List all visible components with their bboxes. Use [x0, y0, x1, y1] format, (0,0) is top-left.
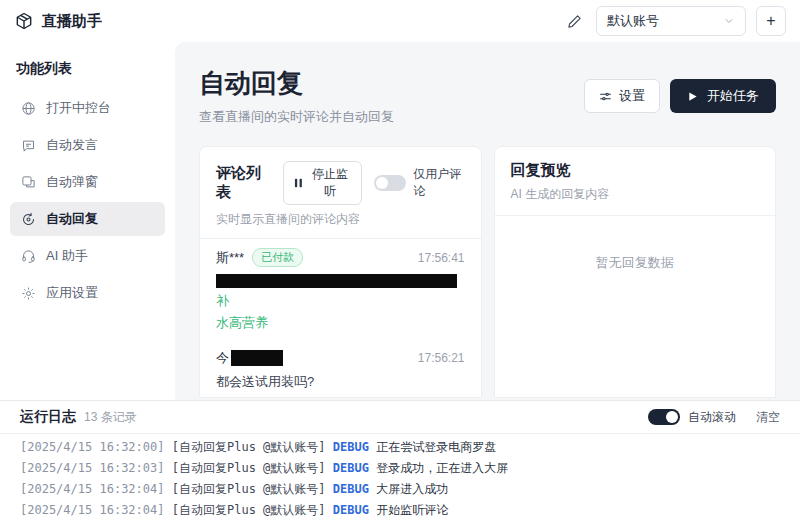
sidebar: 功能列表 打开中控台 自动发言 自动弹窗 [0, 42, 175, 400]
log-rows[interactable]: [2025/4/15 16:32:00] [自动回复Plus @默认账号] DE… [0, 434, 800, 516]
add-account-button[interactable]: + [756, 6, 786, 36]
comment-username: 斯*** [216, 249, 244, 267]
page-subtitle: 查看直播间的实时评论并自动回复 [199, 108, 394, 126]
topbar: 直播助手 默认账号 + [0, 0, 800, 42]
comment-item: 斯*** 已付款 17:56:41 补 水高营养 [200, 239, 481, 340]
sidebar-item-app-settings[interactable]: 应用设置 [10, 276, 165, 310]
preview-panel-subtitle: AI 生成的回复内容 [511, 186, 760, 203]
popup-window-icon [21, 175, 36, 190]
log-level: DEBUG [333, 440, 369, 454]
sidebar-item-open-console[interactable]: 打开中控台 [10, 91, 165, 125]
log-source: [自动回复Plus @默认账号] [172, 482, 326, 496]
globe-icon [21, 101, 36, 116]
account-select-value: 默认账号 [607, 12, 717, 30]
comment-time: 17:56:21 [418, 351, 465, 365]
sidebar-header: 功能列表 [0, 52, 175, 88]
comment-time: 17:56:41 [418, 251, 465, 265]
comment-text: 补 [216, 273, 465, 311]
comment-text: 都会送试用装吗? [216, 373, 465, 392]
comment-panel-header: 评论列表 停止监听 仅用户评论 实时显示直播间的评论内容 [200, 147, 481, 239]
settings-button-label: 设置 [619, 87, 645, 105]
log-entry: [2025/4/15 16:32:04] [自动回复Plus @默认账号] DE… [0, 479, 800, 500]
autoscroll-toggle[interactable] [648, 409, 680, 425]
sidebar-item-ai-assistant[interactable]: AI 助手 [10, 239, 165, 273]
toggle-knob [666, 411, 678, 423]
main-content: 自动回复 查看直播间的实时评论并自动回复 设置 开始任务 [175, 42, 800, 400]
log-entry: [2025/4/15 16:32:03] [自动回复Plus @默认账号] DE… [0, 458, 800, 479]
app-brand: 直播助手 [14, 11, 102, 31]
comment-list[interactable]: 斯*** 已付款 17:56:41 补 水高营养 今 17:56:21 [200, 239, 481, 397]
sidebar-item-auto-speak[interactable]: 自动发言 [10, 128, 165, 162]
comment-item: 今 17:56:21 都会送试用装吗? [200, 340, 481, 397]
sidebar-item-label: 应用设置 [46, 284, 98, 302]
settings-button[interactable]: 设置 [584, 79, 660, 113]
run-log-count: 13 条记录 [84, 409, 137, 426]
user-only-toggle[interactable] [374, 175, 406, 191]
gear-icon [21, 286, 36, 301]
sidebar-item-label: 自动发言 [46, 136, 98, 154]
stop-listening-button[interactable]: 停止监听 [283, 161, 362, 205]
page-title-block: 自动回复 查看直播间的实时评论并自动回复 [199, 66, 394, 126]
clear-log-button[interactable]: 清空 [756, 409, 780, 426]
page-header: 自动回复 查看直播间的实时评论并自动回复 设置 开始任务 [199, 66, 776, 126]
page-title: 自动回复 [199, 66, 394, 101]
reply-preview-panel: 回复预览 AI 生成的回复内容 暂无回复数据 [494, 146, 777, 398]
play-icon [687, 91, 698, 102]
run-log-actions: 自动滚动 清空 [648, 409, 780, 426]
log-entry: [2025/4/15 16:32:00] [自动回复Plus @默认账号] DE… [0, 437, 800, 458]
page-actions: 设置 开始任务 [584, 79, 776, 113]
edit-account-button[interactable] [563, 10, 586, 33]
log-message: 大屏进入成功 [376, 482, 448, 496]
pencil-icon [567, 14, 582, 29]
run-log-panel: 运行日志 13 条记录 自动滚动 清空 [2025/4/15 16:32:00]… [0, 400, 800, 516]
log-level: DEBUG [333, 503, 369, 516]
preview-empty-state: 暂无回复数据 [495, 216, 776, 397]
comment-list-panel: 评论列表 停止监听 仅用户评论 实时显示直播间的评论内容 [199, 146, 482, 398]
log-source: [自动回复Plus @默认账号] [172, 503, 326, 516]
redacted-name [231, 350, 283, 366]
pause-icon [294, 178, 303, 188]
comment-text-line2: 水高营养 [216, 314, 465, 333]
account-select[interactable]: 默认账号 [596, 6, 746, 36]
comment-panel-subtitle: 实时显示直播间的评论内容 [216, 211, 465, 228]
toggle-knob [376, 177, 388, 189]
sync-arrows-icon [21, 212, 36, 227]
topbar-actions: 默认账号 + [563, 6, 786, 36]
run-log-title: 运行日志 [20, 408, 76, 426]
user-only-label: 仅用户评论 [413, 166, 464, 200]
app-logo-cube-icon [14, 11, 34, 31]
redacted-text [216, 274, 457, 288]
log-message: 登录成功，正在进入大屏 [376, 461, 508, 475]
sidebar-item-label: 自动弹窗 [46, 173, 98, 191]
autoscroll-label: 自动滚动 [688, 409, 736, 426]
sidebar-item-auto-popup[interactable]: 自动弹窗 [10, 165, 165, 199]
log-time: [2025/4/15 16:32:04] [20, 482, 165, 496]
log-time: [2025/4/15 16:32:04] [20, 503, 165, 516]
comment-text-tail: 补 [216, 293, 229, 308]
headset-icon [21, 249, 36, 264]
app-title: 直播助手 [42, 12, 102, 31]
sidebar-item-label: 自动回复 [46, 210, 98, 228]
comment-panel-title: 评论列表 [216, 164, 271, 202]
start-task-button-label: 开始任务 [707, 87, 759, 105]
log-source: [自动回复Plus @默认账号] [172, 440, 326, 454]
sidebar-item-label: 打开中控台 [46, 99, 111, 117]
sliders-icon [599, 90, 612, 103]
log-message: 正在尝试登录电商罗盘 [376, 440, 496, 454]
username-prefix: 今 [216, 349, 229, 367]
comment-username: 今 [216, 349, 283, 367]
user-only-filter: 仅用户评论 [374, 166, 464, 200]
sidebar-item-label: AI 助手 [46, 247, 88, 265]
paid-badge: 已付款 [252, 248, 303, 267]
preview-panel-header: 回复预览 AI 生成的回复内容 [495, 147, 776, 216]
start-task-button[interactable]: 开始任务 [670, 79, 776, 113]
preview-panel-title: 回复预览 [511, 161, 760, 180]
log-source: [自动回复Plus @默认账号] [172, 461, 326, 475]
sidebar-item-auto-reply[interactable]: 自动回复 [10, 202, 165, 236]
log-level: DEBUG [333, 482, 369, 496]
log-message: 开始监听评论 [376, 503, 448, 516]
chat-bubble-icon [21, 138, 36, 153]
log-entry: [2025/4/15 16:32:04] [自动回复Plus @默认账号] DE… [0, 500, 800, 516]
log-level: DEBUG [333, 461, 369, 475]
log-time: [2025/4/15 16:32:00] [20, 440, 165, 454]
